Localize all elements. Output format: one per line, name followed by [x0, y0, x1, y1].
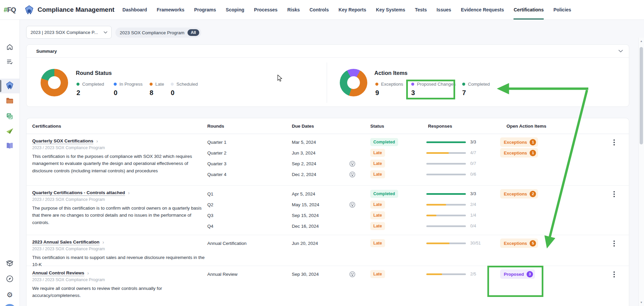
legend-label: Completed	[468, 82, 490, 87]
legend-label: Scheduled	[176, 82, 198, 87]
status-badge: Late	[370, 160, 385, 168]
round-name: Annual Review	[207, 269, 237, 279]
nav-item-controls[interactable]: Controls	[310, 0, 329, 19]
open-action-exceptions-pill[interactable]: Exceptions5	[500, 238, 538, 248]
status-badge: Late	[370, 222, 385, 230]
action-items-title: Action Items	[374, 70, 408, 76]
sidebar-item-explore[interactable]	[0, 272, 19, 287]
column-header-certifications: Certifications	[32, 118, 61, 134]
legend-label: Exceptions	[381, 82, 403, 87]
nav-item-issues[interactable]: Issues	[436, 0, 451, 19]
nav-item-key-systems[interactable]: Key Systems	[376, 0, 405, 19]
response-progressbar	[426, 158, 466, 169]
nav-item-key-reports[interactable]: Key Reports	[338, 0, 366, 19]
scroll-down-arrow[interactable]: ▼	[639, 301, 644, 304]
table-row: Annual Control Reviews›2023 / 2023 SOX C…	[26, 266, 629, 306]
round-row: Q4Dec 16, 2024Late0/4	[26, 221, 629, 231]
table-row: Quarterly Certifications - Controls atta…	[26, 186, 629, 235]
summary-panel: Summary Round Status Completed 2 In Prog…	[26, 44, 629, 107]
summary-collapse-chevron[interactable]	[619, 50, 623, 52]
open-action-exceptions-pill[interactable]: Exceptions1	[500, 148, 538, 158]
response-count: 30/51	[470, 238, 481, 249]
rounds-list: Q1Apr 5, 2024Completed3/3Exceptions2Q2Ma…	[26, 188, 629, 231]
action-count-badge: 3	[527, 271, 533, 277]
left-sidebar: ⚙ OE	[0, 19, 20, 306]
action-count-badge: 1	[530, 139, 536, 145]
legend-dot	[171, 83, 174, 86]
nav-item-dashboard[interactable]: Dashboard	[122, 0, 147, 19]
legend-action-completed: Completed 7	[462, 82, 490, 97]
summary-header: Summary	[26, 45, 629, 58]
sidebar-item-tasks[interactable]	[0, 55, 19, 70]
nav-item-evidence-requests[interactable]: Evidence Requests	[461, 0, 504, 19]
sidebar-item-send[interactable]	[0, 124, 19, 139]
legend-value: 0	[171, 89, 198, 97]
round-row: Quarter 3Sep 2, 2024Late0/7	[26, 158, 629, 169]
nav-item-certifications[interactable]: Certifications	[514, 0, 543, 19]
open-action-exceptions-pill[interactable]: Exceptions2	[500, 189, 538, 199]
response-count: 0/7	[470, 158, 476, 169]
round-row: Q2May 15, 2024Late2/4	[26, 199, 629, 210]
row-menu-kebab[interactable]	[611, 139, 618, 145]
table-header: Certifications Rounds Due Dates Status R…	[26, 118, 629, 134]
nav-item-policies[interactable]: Policies	[553, 0, 571, 19]
round-name: Quarter 1	[207, 137, 226, 147]
legend-proposed-changes: Proposed Changes 3	[411, 82, 456, 97]
response-count: 3/3	[470, 188, 476, 199]
open-action-exceptions-pill[interactable]: Exceptions1	[500, 137, 538, 147]
vertical-scrollbar[interactable]: ▲ ▼	[638, 38, 644, 306]
company-logo[interactable]: #FQ	[0, 6, 19, 14]
legend-dot	[375, 83, 378, 86]
round-row: Q3Sep 15, 2024Late1/4	[26, 210, 629, 221]
nav-item-scoping[interactable]: Scoping	[226, 0, 244, 19]
sidebar-item-account[interactable]: OE	[0, 303, 19, 306]
response-count: 2/5	[470, 269, 476, 279]
response-progressbar	[426, 210, 466, 221]
column-header-due-dates: Due Dates	[292, 118, 314, 134]
legend-in-progress: In Progress 0	[114, 82, 143, 97]
legend-exceptions: Exceptions 9	[375, 82, 403, 97]
scrollbar-thumb[interactable]	[640, 47, 643, 144]
progress-fill	[426, 141, 466, 143]
row-menu-kebab[interactable]	[611, 241, 618, 247]
nav-item-risks[interactable]: Risks	[287, 0, 300, 19]
round-row: Q1Apr 5, 2024Completed3/3Exceptions2	[26, 188, 629, 199]
program-year-dropdown-value: 2023 | 2023 SOX Compliance P...	[31, 30, 98, 35]
table-row: 2023 Annual Sales Certification›2023 / 2…	[26, 235, 629, 266]
nav-item-processes[interactable]: Processes	[254, 0, 277, 19]
sidebar-item-settings[interactable]: ⚙	[0, 287, 19, 302]
round-row: Annual ReviewSep 30, 2024Late2/5Proposed…	[26, 269, 629, 279]
nav-item-tests[interactable]: Tests	[415, 0, 427, 19]
legend-late: Late 8	[150, 82, 164, 97]
legend-scheduled: Scheduled 0	[171, 82, 198, 97]
round-name: Q1	[207, 188, 213, 199]
row-menu-kebab[interactable]	[611, 191, 618, 197]
sidebar-item-policies[interactable]	[0, 139, 19, 154]
program-year-dropdown[interactable]: 2023 | 2023 SOX Compliance P...	[26, 26, 112, 39]
program-filter-chip[interactable]: 2023 SOX Compliance Program All	[115, 28, 201, 38]
progress-fill	[426, 243, 449, 244]
scroll-up-arrow[interactable]: ▲	[639, 40, 644, 43]
sidebar-item-sync[interactable]	[0, 110, 19, 124]
user-avatar: OE	[4, 304, 16, 306]
status-badge: Completed	[370, 138, 398, 146]
due-date: Dec 16, 2024	[292, 221, 319, 231]
nav-item-frameworks[interactable]: Frameworks	[157, 0, 184, 19]
open-action-proposed-pill[interactable]: Proposed3	[500, 269, 535, 279]
action-label: Exceptions	[504, 191, 527, 196]
action-label: Exceptions	[504, 150, 527, 156]
sidebar-item-documents[interactable]	[0, 94, 19, 109]
legend-label: Completed	[82, 82, 104, 87]
task-list-icon	[6, 58, 13, 67]
row-menu-kebab[interactable]	[611, 271, 618, 277]
summary-title: Summary	[36, 49, 57, 54]
sidebar-item-packages[interactable]	[0, 257, 19, 271]
sidebar-item-certifications[interactable]	[0, 79, 19, 93]
response-progressbar	[426, 137, 466, 147]
status-badge: Late	[370, 239, 385, 247]
progress-fill	[426, 215, 436, 216]
sidebar-item-home[interactable]	[0, 40, 19, 55]
legend-value: 0	[114, 89, 143, 97]
certifications-table: Certifications Rounds Due Dates Status R…	[26, 118, 629, 306]
nav-item-programs[interactable]: Programs	[194, 0, 216, 19]
